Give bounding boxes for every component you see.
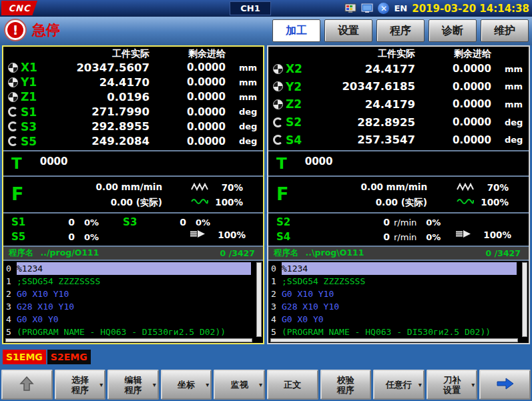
softkey-next-page[interactable]	[479, 370, 531, 400]
axis-unit: mm	[501, 99, 529, 109]
feed-override-value: 70%	[222, 182, 243, 193]
spindle-name: S5	[11, 231, 38, 243]
channel-1-panel[interactable]: 工件实际 剩余进给 X120347.56070.0000mmY124.41700…	[2, 45, 264, 344]
feed-label: F	[11, 183, 23, 204]
axis-name: Y2	[286, 80, 315, 93]
code-line-text: (PROGRAM NAME - HQ063 - DI530ги2.5 D02))	[282, 326, 517, 338]
axis-list: X120347.56070.0000mmY124.41700.0000mmZ10…	[3, 60, 263, 150]
vertical-scrollbar[interactable]	[522, 262, 527, 337]
softkey-label: 刀补 设置	[443, 375, 461, 395]
machine-position-icon	[273, 99, 283, 109]
rapid-override-value: 100%	[481, 197, 509, 208]
tab-maintenance[interactable]: 维护	[481, 19, 529, 42]
machine-position-icon	[273, 81, 283, 91]
spindle-speed-value: 0	[150, 217, 186, 228]
code-line-number: 2	[271, 288, 280, 300]
code-line[interactable]: 3G28 X10 Y10	[271, 300, 518, 313]
axis-remaining-value: 0.0000	[160, 106, 235, 118]
code-line[interactable]: 2G0 X10 Y10	[6, 288, 252, 300]
language-indicator[interactable]: EN	[394, 3, 407, 13]
program-code-view: 0%12341;SSDG54 ZZZZSSSS2G0 X10 Y103G28 X…	[268, 261, 529, 343]
axis-row-s1: S1271.79900.0000deg	[3, 105, 263, 119]
feed-override-icon	[191, 181, 208, 193]
softkey-coordinates[interactable]: 坐标▾	[161, 370, 212, 400]
axis-name: S4	[286, 133, 315, 147]
code-line[interactable]: 1;SSDG54 ZZZZSSSS	[271, 275, 518, 288]
tab-program[interactable]: 程序	[376, 19, 425, 42]
axis-actual-value: 24.4177	[315, 63, 426, 75]
code-line[interactable]: 3G28 X10 Y10	[6, 300, 252, 313]
code-line-number: 0	[271, 262, 280, 275]
softkey-verify-program[interactable]: 校验 程序	[320, 370, 372, 400]
close-icon[interactable]: ✕	[378, 3, 389, 14]
softkey-any-line[interactable]: 任意行▾	[373, 370, 425, 400]
softkey-tool-comp[interactable]: 刀补 设置▾	[427, 370, 478, 400]
axis-name: S2	[286, 115, 315, 129]
code-line[interactable]: 0%1234	[271, 262, 518, 275]
axis-remaining-value: 0.0000	[160, 76, 235, 88]
horizontal-scrollbar[interactable]	[270, 338, 518, 342]
softkey-select-program[interactable]: 选择 程序▾	[55, 370, 106, 400]
machine-position-icon	[273, 64, 283, 74]
horizontal-scrollbar[interactable]	[5, 338, 252, 342]
axis-actual-value: 24.4179	[315, 98, 426, 111]
spindle-s1: S100%	[11, 216, 99, 228]
header-band: ! 急停 加工设置程序诊断维护	[0, 17, 532, 45]
rotary-axis-icon	[273, 117, 283, 127]
axis-remaining-value: 0.0000	[160, 121, 235, 133]
titlebar: CNC CH1 ✕ EN 2019-03-20 14:14:38	[0, 0, 532, 17]
axis-actual-value: 271.7990	[50, 105, 160, 118]
spindle-name: S3	[123, 216, 150, 228]
code-line-text: G28 X10 Y10	[282, 300, 517, 313]
spindle-name: S1	[11, 216, 38, 228]
axis-remaining-value: 0.0000	[426, 98, 501, 110]
softkey-monitor[interactable]: 监视▾	[214, 370, 265, 400]
axis-unit: deg	[235, 107, 263, 117]
position-display: 工件实际 剩余进给 X120347.56070.0000mmY124.41700…	[3, 47, 263, 150]
code-line[interactable]: 5(PROGRAM NAME - HQ063 - DI530ги2.5 D02)…	[271, 326, 518, 338]
axis-row-y2: Y220347.61850.0000mm	[268, 79, 529, 93]
monitor-icon[interactable]	[361, 3, 373, 13]
brand-logo: CNC	[1, 1, 37, 15]
axis-row-x1: X120347.56070.0000mm	[3, 61, 263, 75]
channel-indicator[interactable]: CH1	[230, 1, 271, 15]
axis-name: S5	[21, 135, 50, 148]
machine-position-icon	[8, 92, 18, 102]
axis-row-x2: X224.41770.0000mm	[268, 62, 529, 76]
tool-display: T 0000	[3, 151, 263, 175]
code-line[interactable]: 4G0 X0 Y0	[271, 313, 518, 326]
channel-2-panel[interactable]: 工件实际 剩余进给 X224.41770.0000mmY220347.61850…	[267, 45, 530, 344]
softkey-return[interactable]	[1, 370, 53, 400]
program-path: ../prog/O111	[41, 248, 99, 259]
code-line[interactable]: 5(PROGRAM NAME - HQ063 - DI530ги2.5 D02)…	[6, 326, 252, 338]
vertical-scrollbar[interactable]	[256, 262, 262, 337]
alarm-label: 急停	[32, 21, 60, 39]
axis-unit: deg	[501, 117, 529, 127]
feed-rate-value: 0.00 mm/min	[62, 179, 162, 195]
spindle-display: S100%S300%S500% 100%	[3, 214, 263, 246]
feed-display: F 0.00 mm/min 0.00 (实际) 70% 100%	[3, 177, 263, 212]
spindle-speed-unit: r/min	[394, 232, 417, 242]
axis-unit: mm	[235, 77, 263, 87]
axis-name: X1	[21, 61, 50, 74]
screenshot-icon[interactable]	[344, 3, 356, 13]
code-line-text: %1234	[17, 262, 251, 275]
softkey-text[interactable]: 正文	[267, 370, 318, 400]
tab-diagnosis[interactable]: 诊断	[429, 19, 477, 42]
axis-unit: deg	[235, 136, 263, 146]
code-line[interactable]: 0%1234	[6, 262, 252, 275]
code-line[interactable]: 2G0 X10 Y10	[271, 288, 518, 300]
code-line[interactable]: 4G0 X0 Y0	[6, 313, 252, 326]
tab-settings[interactable]: 设置	[324, 19, 372, 42]
axis-actual-value: 292.8955	[50, 120, 160, 133]
softkey-label: 任意行	[386, 380, 412, 390]
tab-machining[interactable]: 加工	[272, 19, 320, 42]
softkey-edit-program[interactable]: 编辑 程序▾	[107, 370, 159, 400]
rapid-override-value: 100%	[215, 197, 243, 208]
code-line[interactable]: 1;SSDG54 ZZZZSSSS	[6, 275, 252, 288]
rapid-override-icon	[191, 195, 208, 208]
rotary-axis-icon	[8, 136, 18, 146]
spindle-row: S20r/min0%	[268, 216, 529, 229]
code-line-text: ;SSDG54 ZZZZSSSS	[17, 275, 251, 288]
right-arrow-icon	[495, 376, 515, 393]
